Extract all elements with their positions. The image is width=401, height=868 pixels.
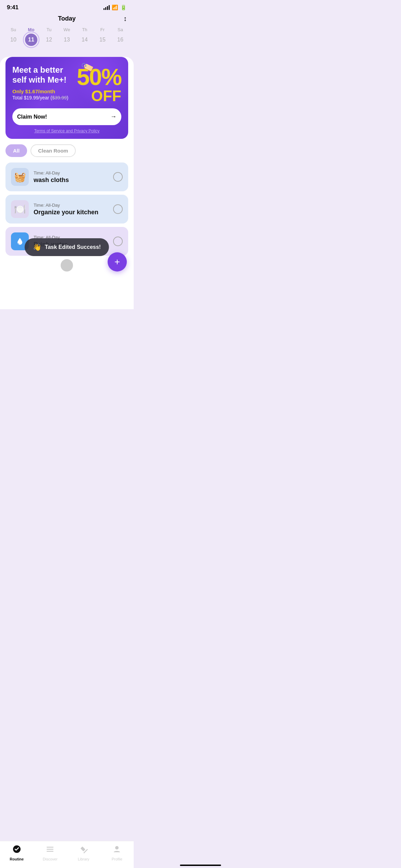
battery-icon: 🔋 [120, 4, 127, 11]
day-num-sa: 16 [114, 34, 126, 46]
day-name-sa: Sa [118, 27, 123, 32]
task-info-wash: Time: All-Day wash cloths [34, 170, 108, 184]
main-content: Meet a better self with Me+! Only $1.67/… [0, 57, 134, 309]
sort-icon[interactable]: ↕ [123, 15, 127, 23]
task-time-kitchen: Time: All-Day [34, 203, 108, 208]
day-num-fr: 15 [96, 34, 109, 46]
claim-now-label: Claim Now! [17, 114, 47, 120]
header: Today ↕ [0, 13, 134, 26]
task-card-wash-cloths[interactable]: 🧺 Time: All-Day wash cloths [5, 162, 128, 191]
day-num-we: 13 [61, 34, 73, 46]
day-name-tu: Tu [47, 27, 52, 32]
filter-all[interactable]: All [5, 144, 27, 157]
task-checkbox-wash[interactable] [113, 172, 123, 182]
day-num-th: 14 [78, 34, 91, 46]
day-name-fr: Fr [100, 27, 105, 32]
terms-link[interactable]: Terms of Service and Privacy Policy [12, 129, 121, 133]
task-name-wash: wash cloths [34, 177, 108, 184]
claim-now-button[interactable]: Claim Now! → [12, 108, 121, 125]
task-icon-wash: 🧺 [11, 168, 29, 186]
promo-banner: Meet a better self with Me+! Only $1.67/… [5, 57, 128, 139]
calendar-day-fr[interactable]: Fr 15 [95, 27, 110, 46]
calendar-day-tu[interactable]: Tu 12 [41, 27, 57, 46]
toast-message: 👋 Task Edited Success! [25, 238, 109, 256]
promo-top: Meet a better self with Me+! Only $1.67/… [12, 65, 121, 104]
task-time-wash: Time: All-Day [34, 170, 108, 176]
scroll-dot [61, 259, 73, 272]
claim-arrow-icon: → [110, 113, 117, 120]
status-time: 9:41 [7, 4, 19, 11]
calendar-strip: Su 10 Mo 11 Tu 12 We 13 Th 14 Fr 15 Sa 1… [0, 26, 134, 51]
promo-left: Meet a better self with Me+! Only $1.67/… [12, 65, 77, 100]
promo-off-label: OFF [91, 88, 121, 104]
task-checkbox-kitchen[interactable] [113, 204, 123, 214]
fab-plus-icon: + [114, 256, 120, 267]
task-icon-kitchen: 🍽️ [11, 200, 29, 218]
filter-pills: All Clean Room [0, 144, 134, 162]
status-bar: 9:41 📶 🔋 [0, 0, 134, 13]
toast-text: Task Edited Success! [45, 244, 101, 250]
calendar-days: Su 10 Mo 11 Tu 12 We 13 Th 14 Fr 15 Sa 1… [5, 27, 128, 46]
day-name-su: Su [11, 27, 16, 32]
task-checkbox-water[interactable] [113, 237, 123, 246]
page-title: Today [58, 15, 76, 22]
calendar-day-mo[interactable]: Mo 11 [23, 27, 39, 46]
day-name-we: We [63, 27, 70, 32]
day-num-mo: 11 [25, 34, 37, 46]
task-name-kitchen: Organize your kitchen [34, 209, 108, 216]
signal-bars-icon [104, 5, 110, 10]
task-card-organize-kitchen[interactable]: 🍽️ Time: All-Day Organize your kitchen [5, 195, 128, 224]
promo-headline: Meet a better self with Me+! [12, 65, 77, 85]
task-info-kitchen: Time: All-Day Organize your kitchen [34, 203, 108, 216]
day-num-tu: 12 [43, 34, 55, 46]
day-num-su: 10 [7, 34, 20, 46]
filter-clean-room[interactable]: Clean Room [31, 144, 76, 157]
calendar-day-su[interactable]: Su 10 [5, 27, 21, 46]
calendar-day-we[interactable]: We 13 [59, 27, 75, 46]
wifi-icon: 📶 [112, 4, 118, 11]
add-task-button[interactable]: + [108, 252, 127, 272]
calendar-day-th[interactable]: Th 14 [77, 27, 93, 46]
toast-icon: 👋 [33, 243, 41, 251]
promo-right: 🏷️ 50% OFF [77, 65, 121, 104]
status-icons: 📶 🔋 [104, 4, 127, 11]
day-name-th: Th [82, 27, 87, 32]
promo-yearly-price: Total $19.99/year ($39.99) [12, 95, 77, 100]
calendar-day-sa[interactable]: Sa 16 [112, 27, 128, 46]
promo-monthly-price: Only $1.67/month [12, 88, 77, 94]
